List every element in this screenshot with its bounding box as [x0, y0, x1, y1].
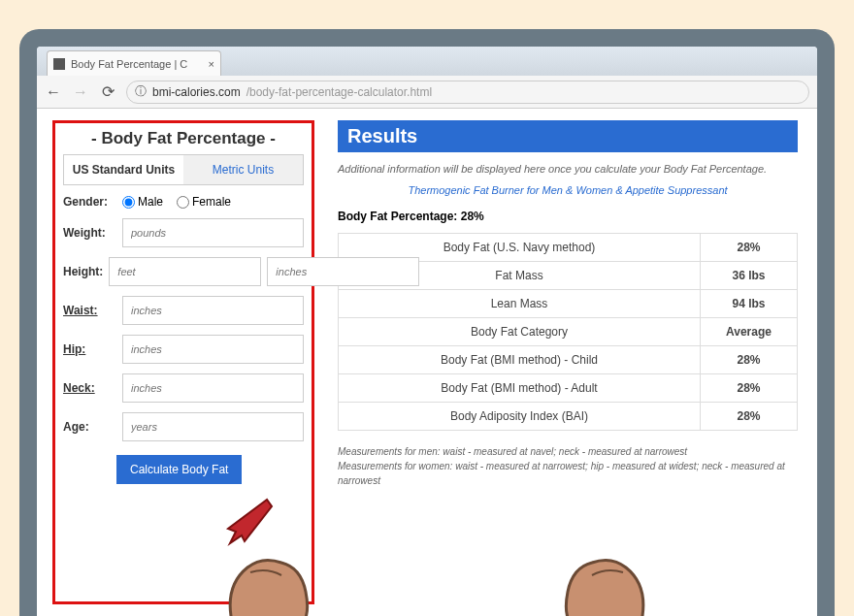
- calculate-button[interactable]: Calculate Body Fat: [116, 455, 242, 484]
- calculator-panel: - Body Fat Percentage - US Standard Unit…: [52, 120, 314, 604]
- tab-title: Body Fat Percentage | C: [71, 58, 187, 70]
- back-button[interactable]: ←: [45, 83, 62, 101]
- weight-label: Weight:: [63, 226, 116, 240]
- height-row: Height:: [63, 257, 304, 286]
- page-content: - Body Fat Percentage - US Standard Unit…: [37, 109, 817, 616]
- laptop-frame: Body Fat Percentage | C × ← → ⟳ ⓘ bmi-ca…: [19, 29, 835, 616]
- reload-button[interactable]: ⟳: [99, 83, 116, 101]
- tab-metric-units[interactable]: Metric Units: [183, 155, 303, 184]
- panel-title: - Body Fat Percentage -: [63, 129, 304, 148]
- gender-male-radio[interactable]: Male: [122, 195, 163, 209]
- url-domain: bmi-calories.com: [152, 85, 241, 99]
- favicon-icon: [53, 58, 65, 70]
- forward-button[interactable]: →: [72, 83, 89, 101]
- age-input[interactable]: [122, 412, 304, 441]
- neck-row: Neck:: [63, 373, 304, 403]
- table-row: Body Fat (BMI method) - Adult28%: [339, 374, 798, 403]
- results-note: Additional information will be displayed…: [338, 162, 798, 177]
- height-feet-input[interactable]: [109, 257, 261, 286]
- gender-label: Gender:: [63, 195, 116, 209]
- neck-label: Neck:: [63, 381, 116, 395]
- info-icon: ⓘ: [135, 83, 147, 100]
- hip-input[interactable]: [122, 335, 304, 364]
- height-label: Height:: [63, 265, 103, 278]
- results-heading: Results: [338, 120, 798, 152]
- height-inches-input[interactable]: [267, 257, 419, 286]
- weight-row: Weight:: [63, 218, 304, 247]
- hip-row: Hip:: [63, 335, 304, 364]
- browser-toolbar: ← → ⟳ ⓘ bmi-calories.com/body-fat-percen…: [37, 76, 817, 109]
- address-bar[interactable]: ⓘ bmi-calories.com/body-fat-percentage-c…: [126, 81, 809, 104]
- hip-label: Hip:: [63, 342, 116, 356]
- tab-us-units[interactable]: US Standard Units: [64, 155, 183, 184]
- neck-input[interactable]: [122, 373, 304, 403]
- table-row: Body Fat CategoryAverage: [339, 318, 798, 346]
- waist-input[interactable]: [122, 296, 304, 325]
- browser-tab[interactable]: Body Fat Percentage | C ×: [47, 50, 221, 76]
- gender-row: Gender: Male Female: [63, 195, 304, 209]
- tab-bar: Body Fat Percentage | C ×: [37, 47, 817, 76]
- footnote-men: Measurements for men: waist - measured a…: [338, 444, 798, 459]
- waist-row: Waist:: [63, 296, 304, 325]
- promo-link[interactable]: Thermogenic Fat Burner for Men & Women &…: [338, 184, 798, 196]
- table-row: Body Fat (BMI method) - Child28%: [339, 346, 798, 374]
- footnote-women: Measurements for women: waist - measured…: [338, 459, 798, 488]
- table-row: Body Adiposity Index (BAI)28%: [339, 403, 798, 431]
- unit-tabs: US Standard Units Metric Units: [63, 154, 304, 185]
- age-row: Age:: [63, 412, 304, 441]
- url-path: /body-fat-percentage-calculator.html: [246, 85, 432, 99]
- close-icon[interactable]: ×: [209, 58, 214, 70]
- browser-window: Body Fat Percentage | C × ← → ⟳ ⓘ bmi-ca…: [37, 47, 817, 616]
- age-label: Age:: [63, 420, 116, 434]
- table-row: Lean Mass94 lbs: [339, 290, 798, 318]
- waist-label: Waist:: [63, 304, 116, 317]
- results-panel: Results Additional information will be d…: [334, 120, 802, 604]
- summary-line: Body Fat Percentage: 28%: [338, 210, 798, 223]
- gender-female-radio[interactable]: Female: [177, 195, 231, 209]
- weight-input[interactable]: [122, 218, 304, 247]
